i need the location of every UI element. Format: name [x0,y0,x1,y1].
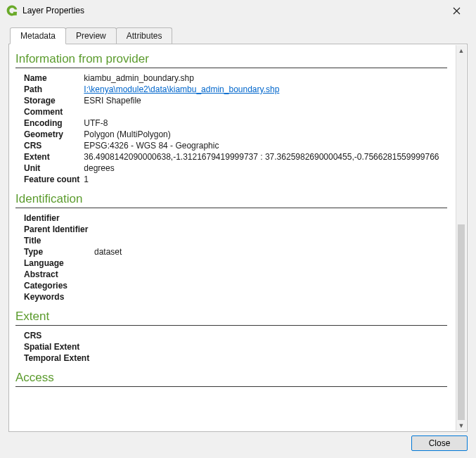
table-row: Language [24,257,126,269]
path-link[interactable]: I:\kenya\module2\data\kiambu_admin_bound… [84,84,279,94]
titlebar: Layer Properties [0,0,476,21]
divider [15,208,447,208]
table-row: Identifier [24,212,126,224]
tabs: Metadata Preview Attributes [0,21,476,44]
tab-attributes[interactable]: Attributes [116,27,173,44]
dialog-buttons: Close [411,435,468,451]
divider [15,325,447,326]
divider [15,68,447,68]
tab-preview[interactable]: Preview [65,27,117,44]
section-title-extent: Extent [15,310,449,324]
table-row: Feature count1 [24,174,444,185]
table-row: Parent Identifier [24,224,126,235]
table-row: GeometryPolygon (MultiPolygon) [24,129,444,140]
extent-table: CRS Spatial Extent Temporal Extent [24,330,98,364]
table-row: PathI:\kenya\module2\data\kiambu_admin_b… [24,84,444,95]
section-title-access: Access [15,371,449,385]
section-title-identification: Identification [15,192,449,206]
table-row: EncodingUTF-8 [24,117,444,129]
table-row: Unitdegrees [24,163,444,174]
provider-table: Namekiambu_admin_boundary.shp PathI:\ken… [24,72,444,185]
table-row: Extent36.4908142090000638,-1.31216794199… [24,151,444,163]
identification-table: Identifier Parent Identifier Title Typed… [24,212,126,303]
window-close-button[interactable] [442,1,470,20]
tab-label: Preview [76,31,106,41]
table-row: Keywords [24,291,126,303]
table-row: Comment [24,106,444,117]
table-row: CRSEPSG:4326 - WGS 84 - Geographic [24,140,444,151]
tab-metadata[interactable]: Metadata [10,27,66,44]
qgis-icon [6,4,18,17]
scroll-up-arrow[interactable]: ▲ [456,45,466,56]
tab-label: Attributes [127,31,162,41]
tab-label: Metadata [20,31,56,41]
metadata-panel: Information from provider Namekiambu_adm… [8,44,468,432]
table-row: Title [24,235,126,246]
metadata-content: Information from provider Namekiambu_adm… [10,45,456,431]
table-row: Abstract [24,269,126,280]
table-row: Typedataset [24,246,126,257]
table-row: Temporal Extent [24,352,98,364]
svg-rect-0 [13,12,17,15]
close-button[interactable]: Close [411,435,468,451]
table-row: StorageESRI Shapefile [24,95,444,106]
section-title-provider: Information from provider [15,52,449,66]
table-row: Namekiambu_admin_boundary.shp [24,72,444,84]
table-row: CRS [24,330,98,341]
divider [15,386,447,387]
scroll-track[interactable] [456,56,466,420]
table-row: Categories [24,280,126,291]
layer-properties-dialog: Layer Properties Metadata Preview Attrib… [0,0,476,458]
window-title: Layer Properties [22,6,442,15]
vertical-scrollbar[interactable]: ▲ ▼ [456,45,466,431]
scroll-down-arrow[interactable]: ▼ [456,420,466,431]
table-row: Spatial Extent [24,341,98,352]
close-icon [453,7,461,15]
scroll-thumb[interactable] [458,224,465,421]
